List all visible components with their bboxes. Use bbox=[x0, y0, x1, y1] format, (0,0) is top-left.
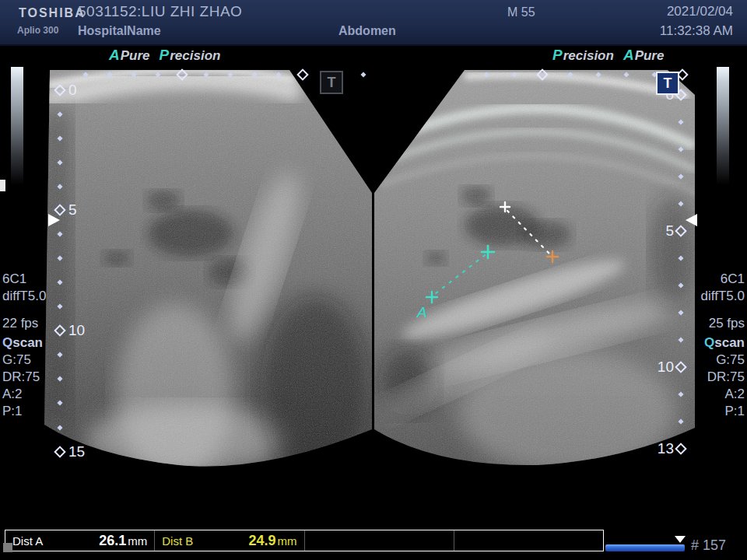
depth-label: 10 bbox=[658, 359, 674, 376]
cine-scrollbar[interactable] bbox=[605, 544, 685, 551]
precision-p: P bbox=[160, 47, 170, 63]
cine-scrollbar-thumb-icon[interactable] bbox=[675, 536, 686, 543]
qscan-label: Qscan bbox=[2, 334, 46, 352]
depth-label: 0 bbox=[68, 82, 77, 99]
frame-rate: 25 fps bbox=[701, 315, 745, 332]
probe-orientation-marker-right[interactable]: T bbox=[656, 72, 679, 95]
result-empty-1 bbox=[305, 530, 454, 551]
preset-name: diffT5.0 bbox=[2, 288, 46, 305]
exam-time: 11:32:38 AM bbox=[660, 23, 733, 39]
scan-params-left: 6C1 diffT5.0 22 fps Qscan G:75 DR:75 A:2… bbox=[2, 271, 46, 420]
aplipure-a: A bbox=[623, 47, 634, 63]
header-bar: TOSHIBA Aplio 300 5031152:LIU ZHI ZHAO H… bbox=[0, 0, 747, 46]
dynamic-range: DR:75 bbox=[701, 369, 745, 386]
frame-rate: 22 fps bbox=[2, 315, 46, 332]
grayscale-bar-left bbox=[11, 67, 23, 185]
ultrasound-screen: A TOSHIBA Aplio 300 5031152:LIU ZHI ZHAO… bbox=[0, 0, 747, 560]
dist-a-unit: mm bbox=[128, 534, 147, 548]
gain-value: G:75 bbox=[2, 352, 46, 369]
aperture-value: A:2 bbox=[2, 386, 46, 403]
ultrasound-image-area: A bbox=[0, 0, 747, 560]
right-scan-image bbox=[366, 62, 716, 486]
focus-marker-right-icon bbox=[686, 214, 697, 226]
persistence-value: P:1 bbox=[2, 403, 46, 420]
focus-marker-left-icon bbox=[48, 214, 60, 226]
measurement-results-bar: Dist A 26.1mm Dist B 24.9mm bbox=[5, 530, 604, 551]
probe-name: 6C1 bbox=[2, 271, 46, 288]
hospital-name: HospitalName bbox=[78, 24, 161, 38]
dist-a-value: 26.1 bbox=[99, 533, 126, 548]
persistence-value: P:1 bbox=[701, 403, 745, 420]
left-scan-image bbox=[31, 62, 389, 482]
dist-b-label: Dist B bbox=[162, 534, 193, 548]
aperture-value: A:2 bbox=[701, 386, 745, 403]
patient-sex-age: M 55 bbox=[507, 5, 535, 19]
result-dist-b: Dist B 24.9mm bbox=[155, 530, 304, 551]
dist-a-label: Dist A bbox=[12, 534, 43, 548]
grayscale-bar-right bbox=[717, 67, 729, 185]
model-name: Aplio 300 bbox=[17, 25, 58, 36]
dist-b-value: 24.9 bbox=[248, 533, 275, 548]
dynamic-range: DR:75 bbox=[2, 369, 46, 386]
qscan-label: Qscan bbox=[701, 334, 745, 352]
result-dist-a: Dist A 26.1mm bbox=[5, 530, 155, 551]
corner-square-icon bbox=[3, 543, 12, 552]
aplipure-label-right: PrecisionAPure bbox=[552, 47, 664, 64]
left-edge-marker bbox=[0, 180, 5, 191]
depth-label: 10 bbox=[68, 322, 85, 339]
scan-params-right: 6C1 diffT5.0 25 fps Qscan G:75 DR:75 A:2… bbox=[701, 271, 745, 420]
result-empty-2 bbox=[454, 530, 603, 551]
precision-p: P bbox=[552, 47, 563, 63]
depth-label: 5 bbox=[68, 201, 77, 219]
depth-label: 5 bbox=[665, 222, 674, 240]
exam-date: 2021/02/04 bbox=[667, 4, 733, 19]
brand-logo: TOSHIBA bbox=[19, 6, 86, 20]
preset-name: diffT5.0 bbox=[701, 288, 745, 305]
probe-name: 6C1 bbox=[701, 271, 745, 288]
depth-label: 15 bbox=[68, 443, 85, 460]
aplipure-a: A bbox=[109, 47, 120, 63]
probe-orientation-marker-left[interactable]: T bbox=[320, 71, 343, 94]
aplipure-label-left: APurePrecision bbox=[109, 47, 220, 64]
study-type: Abdomen bbox=[338, 24, 396, 38]
caliper-a-label: A bbox=[416, 304, 427, 320]
gain-value: G:75 bbox=[701, 352, 745, 369]
patient-id-name: 5031152:LIU ZHI ZHAO bbox=[78, 3, 242, 20]
frame-counter: # 157 bbox=[691, 537, 726, 554]
dist-b-unit: mm bbox=[278, 534, 297, 548]
depth-label: 13 bbox=[658, 440, 674, 457]
